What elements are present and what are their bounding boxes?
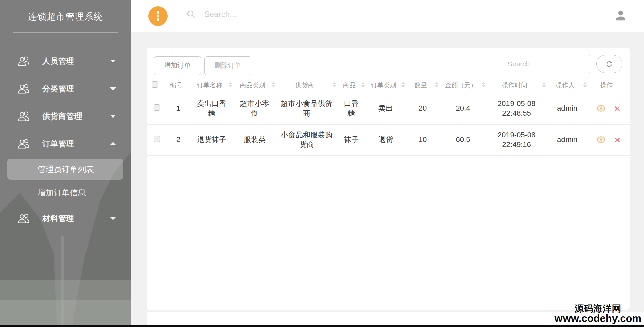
add-order-button[interactable]: 增加订单 bbox=[154, 56, 201, 75]
row-checkbox[interactable] bbox=[154, 104, 160, 111]
orders-card: 增加订单 删除订单 bbox=[147, 48, 630, 310]
sidebar-item-category[interactable]: 分类管理 bbox=[0, 75, 131, 102]
delete-order-button[interactable]: 删除订单 bbox=[204, 56, 251, 75]
sort-arrows-icon[interactable] bbox=[401, 82, 405, 87]
watermark: 源码海洋网 www.codehy.com bbox=[555, 304, 641, 324]
sidebar-subitem-admin-order-list[interactable]: 管理员订单列表 bbox=[7, 159, 123, 180]
sidebar-item-label: 材料管理 bbox=[42, 213, 74, 224]
menu-toggle-button[interactable] bbox=[148, 6, 168, 26]
col-header-operator: 操作人 bbox=[547, 80, 588, 93]
caret-down-icon bbox=[110, 217, 116, 220]
cell-quantity: 10 bbox=[406, 124, 439, 155]
cell-product: 袜子 bbox=[337, 124, 366, 155]
toolbar-right bbox=[501, 55, 622, 73]
orders-submenu: 管理员订单列表 增加订单信息 bbox=[0, 159, 131, 203]
col-header-actions: 操作 bbox=[588, 80, 630, 93]
cell-category: 超市小零食 bbox=[233, 93, 276, 124]
user-icon bbox=[614, 9, 627, 22]
sidebar: 连锁超市管理系统 人员管理 分类管 bbox=[0, 0, 131, 327]
sidebar-item-label: 供货商管理 bbox=[42, 111, 83, 122]
cell-product: 口香糖 bbox=[337, 93, 366, 124]
table-header-row: 编号 订单名称 商品类别 供货商 商品 订单类别 数量 金额（元） 操作时间 操… bbox=[147, 80, 630, 93]
watermark-site-name: 源码海洋网 bbox=[555, 304, 641, 313]
submenu-item-label: 管理员订单列表 bbox=[38, 164, 94, 175]
cell-quantity: 20 bbox=[406, 93, 439, 124]
sidebar-nav: 人员管理 分类管理 供货 bbox=[0, 47, 131, 232]
eye-icon bbox=[597, 105, 605, 112]
cell-time: 2019-05-08 22:49:16 bbox=[486, 124, 547, 155]
people-icon bbox=[17, 138, 31, 149]
cell-supplier: 超市小食品供货商 bbox=[276, 93, 337, 124]
cell-category: 服装类 bbox=[233, 124, 276, 155]
sidebar-item-label: 订单管理 bbox=[42, 139, 74, 149]
sidebar-item-personnel[interactable]: 人员管理 bbox=[0, 47, 131, 75]
caret-down-icon bbox=[110, 115, 116, 118]
search-icon bbox=[186, 9, 196, 19]
topbar-search-input[interactable] bbox=[204, 10, 325, 19]
people-icon bbox=[17, 83, 31, 94]
select-all-checkbox[interactable] bbox=[152, 81, 158, 88]
sidebar-subitem-add-order-info[interactable]: 增加订单信息 bbox=[7, 182, 123, 203]
sort-arrows-icon[interactable] bbox=[271, 82, 275, 87]
cell-order-name: 退货袜子 bbox=[190, 124, 233, 155]
sort-arrows-icon[interactable] bbox=[228, 82, 232, 87]
delete-row-button[interactable]: ✕ bbox=[611, 136, 624, 145]
sidebar-item-supplier[interactable]: 供货商管理 bbox=[0, 102, 131, 130]
content-area: 增加订单 删除订单 bbox=[131, 32, 644, 327]
cell-operator: admin bbox=[547, 124, 588, 155]
people-icon bbox=[17, 111, 31, 122]
table-search-input[interactable] bbox=[501, 55, 590, 73]
cell-id: 1 bbox=[167, 93, 190, 124]
view-order-button[interactable] bbox=[593, 136, 609, 144]
refresh-icon bbox=[605, 60, 613, 68]
col-header-quantity: 数量 bbox=[406, 80, 439, 93]
sidebar-item-label: 人员管理 bbox=[42, 56, 74, 66]
sort-arrows-icon[interactable] bbox=[435, 82, 439, 87]
cell-order-type: 退货 bbox=[366, 124, 406, 155]
sort-arrows-icon[interactable] bbox=[583, 82, 587, 87]
sort-arrows-icon[interactable] bbox=[332, 82, 336, 87]
app-title: 连锁超市管理系统 bbox=[0, 0, 131, 23]
people-icon bbox=[17, 213, 31, 224]
delete-row-button[interactable]: ✕ bbox=[611, 105, 624, 113]
vertical-dots-icon bbox=[157, 11, 159, 21]
sort-arrows-icon[interactable] bbox=[542, 82, 546, 87]
view-order-button[interactable] bbox=[593, 105, 609, 113]
sidebar-item-orders[interactable]: 订单管理 bbox=[0, 130, 131, 157]
cell-time: 2019-05-08 22:48:55 bbox=[486, 93, 547, 124]
app-window: 连锁超市管理系统 人员管理 分类管 bbox=[0, 0, 644, 327]
cell-supplier: 小食品和服装购货商 bbox=[276, 124, 337, 155]
table-row: 2 退货袜子 服装类 小食品和服装购货商 袜子 退货 10 60.5 2019-… bbox=[147, 124, 630, 155]
submenu-item-label: 增加订单信息 bbox=[38, 187, 86, 198]
sidebar-item-label: 分类管理 bbox=[42, 84, 74, 94]
cell-amount: 60.5 bbox=[439, 124, 486, 155]
user-menu-button[interactable] bbox=[613, 9, 628, 24]
sidebar-item-materials[interactable]: 材料管理 bbox=[0, 204, 131, 232]
topbar bbox=[131, 0, 644, 32]
col-header-order-type: 订单类别 bbox=[366, 80, 406, 93]
eye-icon bbox=[597, 136, 605, 143]
col-header-product: 商品 bbox=[337, 80, 366, 93]
caret-down-icon bbox=[110, 87, 116, 90]
sort-arrows-icon[interactable] bbox=[361, 82, 365, 87]
col-header-category: 商品类别 bbox=[233, 80, 276, 93]
sidebar-divider bbox=[13, 32, 118, 33]
cell-actions: ✕ bbox=[588, 124, 630, 155]
col-header-time: 操作时间 bbox=[486, 80, 547, 93]
x-icon: ✕ bbox=[614, 136, 620, 144]
refresh-button[interactable] bbox=[596, 55, 622, 73]
cell-operator: admin bbox=[547, 93, 588, 124]
row-checkbox[interactable] bbox=[154, 136, 160, 142]
sort-arrows-icon[interactable] bbox=[482, 82, 486, 87]
bottom-edge-bar bbox=[0, 325, 644, 327]
topbar-search bbox=[186, 9, 325, 19]
cell-order-name: 卖出口香糖 bbox=[190, 93, 233, 124]
col-header-supplier: 供货商 bbox=[276, 80, 337, 93]
cell-actions: ✕ bbox=[588, 93, 630, 124]
col-header-amount: 金额（元） bbox=[439, 80, 486, 93]
x-icon: ✕ bbox=[614, 105, 620, 113]
card-toolbar: 增加订单 删除订单 bbox=[147, 48, 630, 80]
main-area: 增加订单 删除订单 bbox=[131, 0, 644, 327]
cell-id: 2 bbox=[167, 124, 190, 155]
col-header-order-name: 订单名称 bbox=[190, 80, 233, 93]
